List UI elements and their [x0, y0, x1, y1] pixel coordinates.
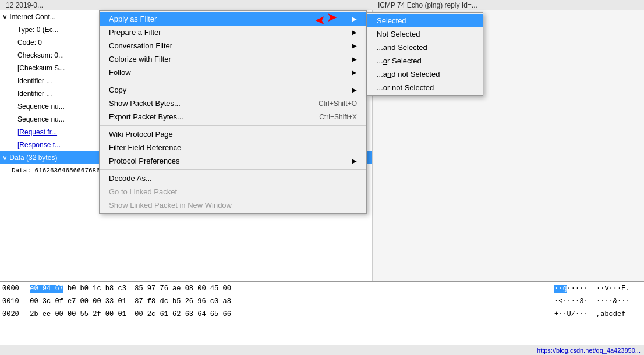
- menu-item-filter-field-ref[interactable]: Filter Field Reference: [100, 141, 366, 154]
- submenu-item-selected[interactable]: Selected: [367, 14, 483, 27]
- submenu-item-and-not-selected[interactable]: ...and not Selected: [367, 68, 483, 81]
- submenu-selected-label: Selected: [377, 16, 406, 25]
- menu-item-protocol-prefs[interactable]: Protocol Preferences ▶: [100, 154, 366, 168]
- hex-ascii-0020: +··U/··· ,abcdef: [549, 309, 642, 320]
- hex-area: 0000 e0 94 67 b0 b0 1c b8 c3 85 97 76 ae…: [0, 281, 644, 355]
- menu-item-wiki[interactable]: Wiki Protocol Page: [100, 127, 366, 141]
- submenu-item-and-selected[interactable]: ...and Selected: [367, 41, 483, 54]
- hex-addr-0020: 0020: [2, 309, 26, 320]
- submenu-arrow-apply: ▶: [352, 16, 357, 22]
- menu-item-export-packet-bytes[interactable]: Export Packet Bytes... Ctrl+Shift+X: [100, 110, 366, 123]
- menu-item-follow[interactable]: Follow ▶: [100, 66, 366, 79]
- menu-item-goto-linked: Go to Linked Packet: [100, 185, 366, 198]
- submenu-arrow-colorize: ▶: [352, 56, 357, 62]
- menu-item-colorize-filter[interactable]: Colorize with Filter ▶: [100, 52, 366, 66]
- shortcut-show-packet-bytes: Ctrl+Shift+O: [319, 100, 357, 108]
- menu-item-copy[interactable]: Copy ▶: [100, 83, 366, 97]
- hex-byte-sel: e0 94 67: [30, 285, 63, 293]
- hex-addr-0000: 0000: [2, 283, 26, 294]
- submenu-apply-as-filter[interactable]: Selected Not Selected ...and Selected ..…: [367, 12, 483, 96]
- submenu-not-selected-label: Not Selected: [377, 30, 420, 38]
- hex-bytes-0020: 2b ee 00 00 55 2f 00 01 00 2c 61 62 63 6…: [26, 309, 549, 320]
- menu-item-conversation-filter-label: Conversation Filter: [109, 41, 172, 50]
- menu-item-apply-as-filter[interactable]: Apply as Filter ▶ Selected Not Selected …: [100, 12, 366, 26]
- submenu-item-or-not-selected[interactable]: ...or not Selected: [367, 81, 483, 94]
- menu-item-colorize-filter-label: Colorize with Filter: [109, 55, 171, 63]
- submenu-and-not-selected-label: ...and not Selected: [377, 70, 440, 79]
- menu-item-show-linked: Show Linked Packet in New Window: [100, 198, 366, 212]
- menu-item-decode-as[interactable]: Decode As...: [100, 172, 366, 185]
- menu-item-wiki-label: Wiki Protocol Page: [109, 130, 173, 139]
- header-left-text: 12 2019-0...: [6, 1, 43, 9]
- menu-item-follow-label: Follow: [109, 68, 131, 77]
- menu-item-show-packet-bytes[interactable]: Show Packet Bytes... Ctrl+Shift+O: [100, 97, 366, 110]
- menu-item-conversation-filter[interactable]: Conversation Filter ▶: [100, 39, 366, 52]
- submenu-item-not-selected[interactable]: Not Selected: [367, 27, 483, 41]
- submenu-arrow-prepare: ▶: [352, 29, 357, 36]
- divider-1: [100, 81, 366, 81]
- divider-3: [100, 169, 366, 170]
- arrow-selected-indicator: ➤: [327, 10, 337, 25]
- menu-item-decode-as-label: Decode As...: [109, 174, 152, 183]
- submenu-arrow-follow: ▶: [352, 69, 357, 76]
- submenu-item-or-selected[interactable]: ...or Selected: [367, 54, 483, 68]
- shortcut-export-packet-bytes: Ctrl+Shift+X: [319, 113, 357, 121]
- submenu-and-selected-label: ...and Selected: [377, 43, 427, 52]
- menu-item-show-packet-bytes-label: Show Packet Bytes...: [109, 99, 181, 108]
- submenu-arrow-prefs: ▶: [352, 158, 357, 164]
- hex-bytes-0000: e0 94 67 b0 b0 1c b8 c3 85 97 76 ae 08 0…: [26, 283, 549, 294]
- menu-item-export-packet-bytes-label: Export Packet Bytes...: [109, 112, 183, 121]
- menu-item-copy-label: Copy: [109, 86, 126, 94]
- submenu-arrow-copy: ▶: [352, 87, 357, 93]
- menu-item-apply-as-filter-label: Apply as Filter: [109, 15, 157, 23]
- menu-item-goto-linked-label: Go to Linked Packet: [109, 187, 177, 196]
- status-bar: https://blog.csdn.net/qq_4a423850...: [0, 345, 644, 355]
- submenu-arrow-conversation: ▶: [352, 42, 357, 49]
- menu-item-prepare-filter-label: Prepare a Filter: [109, 28, 161, 37]
- submenu-or-selected-label: ...or Selected: [377, 56, 422, 65]
- divider-2: [100, 125, 366, 126]
- menu-item-protocol-prefs-label: Protocol Preferences: [109, 157, 179, 165]
- menu-item-show-linked-label: Show Linked Packet in New Window: [109, 201, 232, 210]
- hex-ascii-0000: ··g····· ··v···E.: [549, 283, 642, 294]
- hex-bytes-0010: 00 3c 0f e7 00 00 33 01 87 f8 dc b5 26 9…: [26, 296, 549, 307]
- hex-row-0000: 0000 e0 94 67 b0 b0 1c b8 c3 85 97 76 ae…: [0, 282, 644, 295]
- submenu-or-not-selected-label: ...or not Selected: [377, 83, 434, 92]
- hex-addr-0010: 0010: [2, 296, 26, 307]
- top-right-text: ICMP 74 Echo (ping) reply Id=...: [373, 0, 644, 10]
- menu-item-filter-field-ref-label: Filter Field Reference: [109, 143, 181, 152]
- status-url: https://blog.csdn.net/qq_4a423850...: [537, 347, 641, 354]
- header-right-text: ICMP 74 Echo (ping) reply Id=...: [378, 1, 477, 9]
- menu-item-prepare-filter[interactable]: Prepare a Filter ▶: [100, 26, 366, 39]
- hex-row-0010: 0010 00 3c 0f e7 00 00 33 01 87 f8 dc b5…: [0, 295, 644, 308]
- hex-ascii-0010: ·<····3· ····&···: [549, 296, 642, 307]
- context-menu[interactable]: Apply as Filter ▶ Selected Not Selected …: [99, 10, 367, 214]
- hex-row-0020: 0020 2b ee 00 00 55 2f 00 01 00 2c 61 62…: [0, 308, 644, 321]
